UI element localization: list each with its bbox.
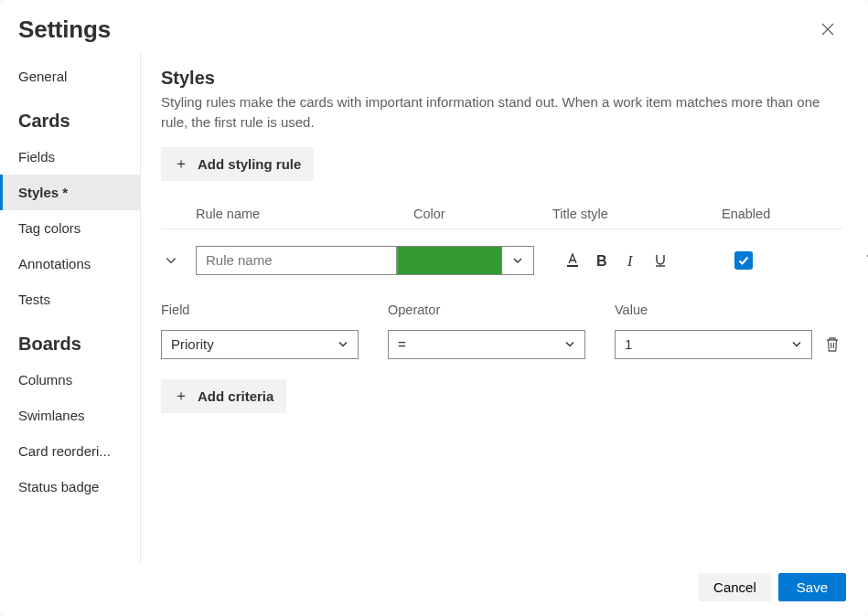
- close-icon: [820, 22, 835, 37]
- value-select[interactable]: 1: [615, 330, 812, 359]
- col-operator: Operator: [388, 303, 615, 317]
- operator-select[interactable]: =: [388, 330, 585, 359]
- trash-icon: [825, 336, 840, 353]
- close-button[interactable]: [813, 15, 842, 44]
- add-styling-rule-label: Add styling rule: [198, 156, 301, 172]
- settings-sidebar: General Cards Fields Styles * Tag colors…: [0, 51, 141, 564]
- chevron-down-icon: [165, 254, 177, 267]
- sidebar-section-cards: Cards: [0, 94, 140, 139]
- underline-icon: [652, 252, 669, 269]
- col-enabled: Enabled: [722, 207, 854, 221]
- criteria-row: Priority = 1: [161, 330, 842, 376]
- col-color: Color: [379, 207, 552, 221]
- sidebar-item-columns[interactable]: Columns: [0, 362, 140, 398]
- sidebar-item-status-badge[interactable]: Status badge: [0, 469, 140, 504]
- panel-description: Styling rules make the cards with import…: [161, 92, 842, 133]
- plus-icon: ＋: [174, 387, 188, 406]
- criteria-column-headers: Field Operator Value: [161, 286, 842, 330]
- svg-text:B: B: [596, 253, 607, 269]
- col-value: Value: [615, 303, 814, 317]
- check-icon: [737, 254, 750, 267]
- cancel-button[interactable]: Cancel: [699, 573, 771, 601]
- field-select[interactable]: Priority: [161, 330, 359, 359]
- chevron-down-icon: [564, 338, 575, 349]
- sidebar-item-annotations[interactable]: Annotations: [0, 246, 140, 281]
- color-swatch: [397, 246, 501, 275]
- enabled-checkbox[interactable]: [734, 251, 753, 270]
- chevron-down-icon: [338, 338, 348, 349]
- underline-button[interactable]: [651, 251, 670, 270]
- font-color-icon: [564, 252, 581, 269]
- panel-title: Styles: [161, 68, 842, 89]
- color-picker[interactable]: [397, 246, 534, 275]
- col-rule-name: Rule name: [196, 207, 379, 221]
- value-select-value: 1: [625, 336, 632, 352]
- delete-criteria-button[interactable]: [814, 336, 851, 353]
- chevron-down-icon: [791, 338, 802, 349]
- svg-text:I: I: [627, 253, 633, 269]
- bold-icon: B: [594, 252, 610, 269]
- rule-name-input[interactable]: [196, 246, 397, 275]
- col-field: Field: [161, 303, 388, 317]
- add-criteria-label: Add criteria: [198, 388, 273, 404]
- italic-icon: I: [623, 252, 639, 269]
- sidebar-item-tests[interactable]: Tests: [0, 281, 140, 317]
- color-dropdown-button[interactable]: [501, 246, 534, 275]
- settings-main-panel: Styles Styling rules make the cards with…: [141, 51, 868, 564]
- italic-button[interactable]: I: [622, 251, 640, 270]
- sidebar-item-general[interactable]: General: [0, 58, 140, 94]
- font-color-button[interactable]: [563, 251, 582, 270]
- chevron-down-icon: [512, 255, 523, 266]
- delete-rule-button[interactable]: [854, 252, 868, 269]
- sidebar-item-card-reordering[interactable]: Card reorderi...: [0, 433, 140, 469]
- sidebar-item-tag-colors[interactable]: Tag colors: [0, 210, 140, 246]
- add-criteria-button[interactable]: ＋ Add criteria: [161, 379, 286, 413]
- rule-row: B I: [161, 229, 842, 286]
- sidebar-item-swimlanes[interactable]: Swimlanes: [0, 398, 140, 433]
- sidebar-item-fields[interactable]: Fields: [0, 139, 140, 175]
- operator-select-value: =: [398, 336, 406, 352]
- sidebar-item-styles[interactable]: Styles *: [0, 175, 140, 210]
- sidebar-section-boards: Boards: [0, 317, 140, 362]
- bold-button[interactable]: B: [593, 251, 611, 270]
- add-styling-rule-button[interactable]: ＋ Add styling rule: [161, 147, 314, 181]
- save-button[interactable]: Save: [778, 573, 846, 601]
- rule-column-headers: Rule name Color Title style Enabled: [161, 181, 842, 229]
- plus-icon: ＋: [174, 154, 188, 174]
- col-title-style: Title style: [552, 207, 722, 221]
- expand-rule-toggle[interactable]: [161, 254, 196, 267]
- field-select-value: Priority: [171, 336, 214, 352]
- dialog-title: Settings: [18, 16, 111, 44]
